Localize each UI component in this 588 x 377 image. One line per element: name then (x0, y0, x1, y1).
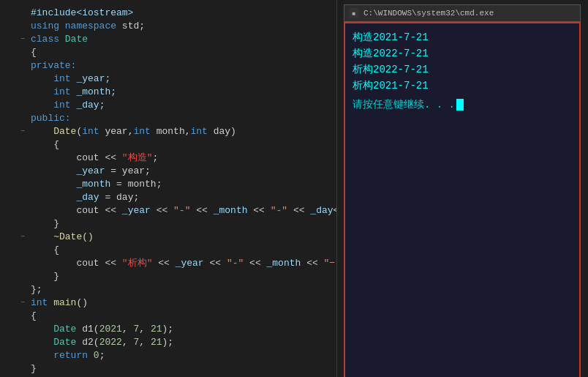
code-line: cout << _year << "-" << _month << "-" <<… (0, 204, 336, 217)
code-line: cout << "析构" << _year << "-" << _month <… (0, 256, 336, 269)
code-editor: #include<iostream> using namespace std; … (0, 0, 336, 377)
code-line: int _month; (0, 85, 336, 98)
code-line: using namespace std; (0, 19, 336, 32)
code-line: { (0, 309, 336, 322)
code-line: public: (0, 111, 336, 124)
code-line: { (0, 243, 336, 256)
code-line: } (0, 217, 336, 230)
code-line: − class Date (0, 32, 336, 45)
cursor (456, 99, 464, 111)
code-line: int _year; (0, 72, 336, 85)
cmd-body: 构造2021-7-21 构造2022-7-21 析构2022-7-21 析构20… (345, 23, 579, 119)
terminal-output-line-4: 析构2021-7-21 (353, 78, 572, 94)
terminal-panel: ■ C:\WINDOWS\system32\cmd.exe 构造2021-7-2… (336, 0, 588, 377)
code-line: int _day; (0, 98, 336, 111)
code-line: Date d1(2021, 7, 21); (0, 322, 336, 335)
cmd-window: ■ C:\WINDOWS\system32\cmd.exe 构造2021-7-2… (344, 22, 581, 377)
code-line: { (0, 138, 336, 151)
terminal-output-line-1: 构造2021-7-21 (353, 29, 572, 45)
code-line: Date d2(2022, 7, 21); (0, 335, 336, 348)
terminal-output-line-2: 构造2022-7-21 (353, 45, 572, 61)
cmd-title-text: C:\WINDOWS\system32\cmd.exe (363, 9, 494, 18)
code-line: private: (0, 59, 336, 72)
code-line: { (0, 45, 336, 59)
code-line: }; (0, 283, 336, 296)
cmd-icon: ■ (349, 8, 359, 18)
code-line: _year = year; (0, 164, 336, 177)
code-line: } (0, 269, 336, 283)
terminal-output-line-3: 析构2022-7-21 (353, 61, 572, 78)
code-line: − Date(int year,int month,int day) (0, 124, 336, 138)
code-line: #include<iostream> (0, 6, 336, 19)
code-line: _day = day; (0, 190, 336, 204)
code-line: return 0; (0, 348, 336, 362)
code-line: − ~Date() (0, 230, 336, 243)
code-line: cout << "构造"; (0, 151, 336, 164)
code-line: _month = month; (0, 177, 336, 190)
code-line: − int main() (0, 296, 336, 309)
cmd-titlebar: ■ C:\WINDOWS\system32\cmd.exe (344, 4, 581, 22)
code-line: } (0, 362, 336, 375)
terminal-prompt: 请按任意键继续. . . (353, 97, 572, 113)
prompt-text: 请按任意键继续. . . (353, 97, 455, 113)
